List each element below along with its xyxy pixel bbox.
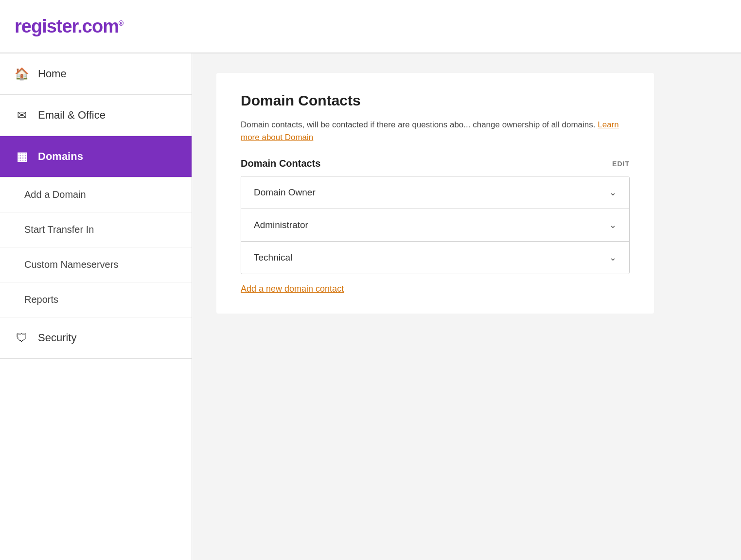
sidebar-item-label: Email & Office bbox=[38, 109, 106, 122]
sidebar-item-label: Domains bbox=[38, 150, 83, 163]
accordion-item-label: Technical bbox=[254, 252, 292, 263]
sidebar-sub-item-reports[interactable]: Reports bbox=[0, 282, 192, 317]
sidebar-item-label: Security bbox=[38, 332, 76, 344]
main-content: Domain Contacts Domain contacts, will be… bbox=[192, 53, 741, 560]
sidebar-sub-item-custom-nameservers[interactable]: Custom Nameservers bbox=[0, 247, 192, 282]
sidebar-sub-item-label: Add a Domain bbox=[24, 189, 86, 200]
sidebar-sub-item-label: Start Transfer In bbox=[24, 224, 94, 235]
sidebar-sub-item-label: Reports bbox=[24, 294, 58, 305]
sidebar-item-email-office[interactable]: ✉ Email & Office bbox=[0, 95, 192, 136]
chevron-down-icon: ⌄ bbox=[609, 220, 617, 230]
accordion-item-administrator[interactable]: Administrator ⌄ bbox=[241, 209, 629, 242]
logo-text: register.com bbox=[15, 16, 119, 36]
content-card: Domain Contacts Domain contacts, will be… bbox=[216, 73, 654, 314]
section-header: Domain Contacts EDIT bbox=[241, 158, 630, 169]
description: Domain contacts, will be contacted if th… bbox=[241, 119, 630, 143]
header: register.com® bbox=[0, 0, 741, 53]
sidebar-item-home[interactable]: 🏠 Home bbox=[0, 53, 192, 95]
add-contact-link[interactable]: Add a new domain contact bbox=[241, 284, 344, 294]
chevron-down-icon: ⌄ bbox=[609, 187, 617, 198]
sidebar-sub-item-start-transfer[interactable]: Start Transfer In bbox=[0, 212, 192, 247]
accordion-item-label: Domain Owner bbox=[254, 187, 316, 198]
chevron-down-icon: ⌄ bbox=[609, 252, 617, 263]
sidebar-item-label: Home bbox=[38, 68, 67, 80]
sidebar-sub-item-add-domain[interactable]: Add a Domain bbox=[0, 177, 192, 212]
layout: 🏠 Home ✉ Email & Office ▦ Domains Add a … bbox=[0, 53, 741, 560]
home-icon: 🏠 bbox=[15, 67, 29, 81]
domain-contacts-accordion: Domain Owner ⌄ Administrator ⌄ Technical… bbox=[241, 176, 630, 274]
sidebar: 🏠 Home ✉ Email & Office ▦ Domains Add a … bbox=[0, 53, 192, 560]
accordion-item-technical[interactable]: Technical ⌄ bbox=[241, 242, 629, 274]
sidebar-item-domains[interactable]: ▦ Domains bbox=[0, 136, 192, 177]
logo[interactable]: register.com® bbox=[15, 16, 123, 37]
section-title: Domain Contacts bbox=[241, 158, 320, 169]
email-icon: ✉ bbox=[15, 108, 29, 122]
sidebar-sub-item-label: Custom Nameservers bbox=[24, 259, 118, 270]
domains-icon: ▦ bbox=[15, 150, 29, 163]
logo-trademark: ® bbox=[119, 19, 123, 27]
page-title: Domain Contacts bbox=[241, 92, 630, 109]
description-text: Domain contacts, will be contacted if th… bbox=[241, 120, 598, 129]
sidebar-item-security[interactable]: 🛡 Security bbox=[0, 317, 192, 359]
accordion-item-label: Administrator bbox=[254, 220, 308, 230]
edit-button[interactable]: EDIT bbox=[612, 160, 630, 168]
accordion-item-domain-owner[interactable]: Domain Owner ⌄ bbox=[241, 176, 629, 209]
security-icon: 🛡 bbox=[15, 331, 29, 345]
